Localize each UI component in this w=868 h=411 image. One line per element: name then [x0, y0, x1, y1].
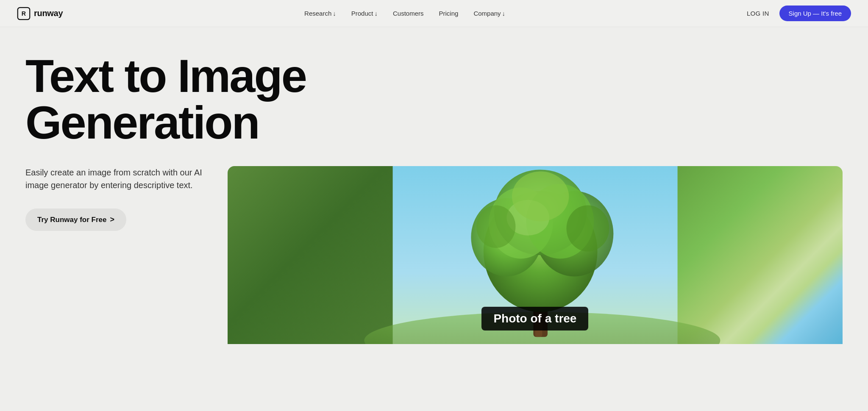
- nav-customers-label: Customers: [393, 10, 424, 17]
- nav-center: Research ↓ Product ↓ Customers Pricing C…: [304, 10, 505, 17]
- hero-content: Text to Image Generation Easily create a…: [0, 27, 868, 344]
- nav-right: LOG IN Sign Up — It's free: [747, 6, 851, 21]
- hero-headline: Text to Image Generation: [25, 53, 407, 146]
- nav-item-research[interactable]: Research ↓: [304, 10, 336, 17]
- svg-text:R: R: [22, 10, 26, 17]
- nav-research-label: Research: [304, 10, 331, 17]
- svg-point-15: [512, 172, 569, 222]
- nav-item-pricing[interactable]: Pricing: [439, 10, 459, 17]
- nav-product-label: Product: [351, 10, 373, 17]
- hero-headline-line1: Text to Image: [25, 50, 306, 102]
- logo-link[interactable]: R runway: [17, 7, 63, 20]
- hero-cta-button[interactable]: Try Runway for Free >: [25, 208, 126, 231]
- hero-image-panel: Photo of a tree: [228, 166, 843, 344]
- nav-pricing-label: Pricing: [439, 10, 459, 17]
- hero-headline-line2: Generation: [25, 96, 259, 148]
- hero-body: Easily create an image from scratch with…: [25, 166, 843, 344]
- chevron-down-icon: ↓: [502, 10, 506, 17]
- hero-cta-label: Try Runway for Free: [37, 216, 106, 224]
- signup-button[interactable]: Sign Up — It's free: [779, 6, 851, 21]
- chevron-down-icon: ↓: [333, 10, 336, 17]
- nav-item-company[interactable]: Company ↓: [473, 10, 505, 17]
- navbar: R runway Research ↓ Product ↓ Customers …: [0, 0, 868, 27]
- logo-text: runway: [34, 8, 63, 18]
- logo-icon: R: [17, 7, 31, 20]
- nav-item-customers[interactable]: Customers: [393, 10, 424, 17]
- hero-left-col: Easily create an image from scratch with…: [25, 166, 202, 231]
- chevron-down-icon: ↓: [374, 10, 378, 17]
- login-button[interactable]: LOG IN: [747, 10, 769, 17]
- arrow-icon: >: [110, 215, 114, 224]
- svg-point-13: [476, 205, 515, 248]
- hero-description: Easily create an image from scratch with…: [25, 166, 202, 192]
- svg-point-14: [566, 205, 609, 251]
- image-caption: Photo of a tree: [481, 307, 588, 330]
- nav-company-label: Company: [473, 10, 501, 17]
- nav-item-product[interactable]: Product ↓: [351, 10, 378, 17]
- hero-section: Text to Image Generation Easily create a…: [0, 0, 868, 411]
